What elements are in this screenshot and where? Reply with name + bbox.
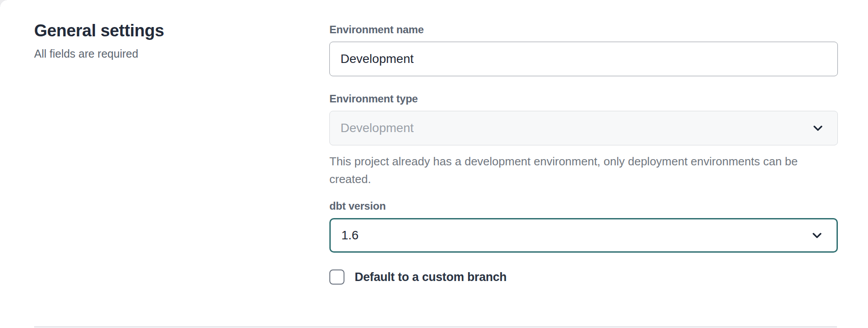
custom-branch-checkbox-row[interactable]: Default to a custom branch <box>329 269 838 285</box>
dbt-version-select[interactable]: 1.6 <box>329 218 838 253</box>
settings-form: Environment name Environment type Develo… <box>329 20 838 285</box>
environment-name-label: Environment name <box>329 23 838 36</box>
environment-type-helper-text: This project already has a development e… <box>329 152 826 188</box>
dbt-version-selected-value: 1.6 <box>341 228 359 242</box>
custom-branch-checkbox-label[interactable]: Default to a custom branch <box>355 270 507 284</box>
section-divider <box>34 326 837 328</box>
environment-type-select: Development <box>329 111 838 145</box>
chevron-down-icon <box>810 228 824 242</box>
general-settings-page: General settings All fields are required… <box>0 0 868 285</box>
environment-type-field-group: Environment type Development This projec… <box>329 92 838 188</box>
environment-type-label: Environment type <box>329 92 838 105</box>
chevron-down-icon <box>811 121 825 135</box>
environment-name-field-group: Environment name <box>329 23 838 76</box>
page-subtitle: All fields are required <box>34 47 329 61</box>
page-title: General settings <box>34 20 329 41</box>
environment-name-input[interactable] <box>329 42 838 76</box>
page-corner-artifact <box>0 0 7 7</box>
custom-branch-checkbox[interactable] <box>329 269 344 285</box>
environment-type-selected-value: Development <box>340 121 414 135</box>
dbt-version-field-group: dbt version 1.6 <box>329 199 838 253</box>
section-header: General settings All fields are required <box>34 20 329 285</box>
dbt-version-label: dbt version <box>329 199 838 213</box>
